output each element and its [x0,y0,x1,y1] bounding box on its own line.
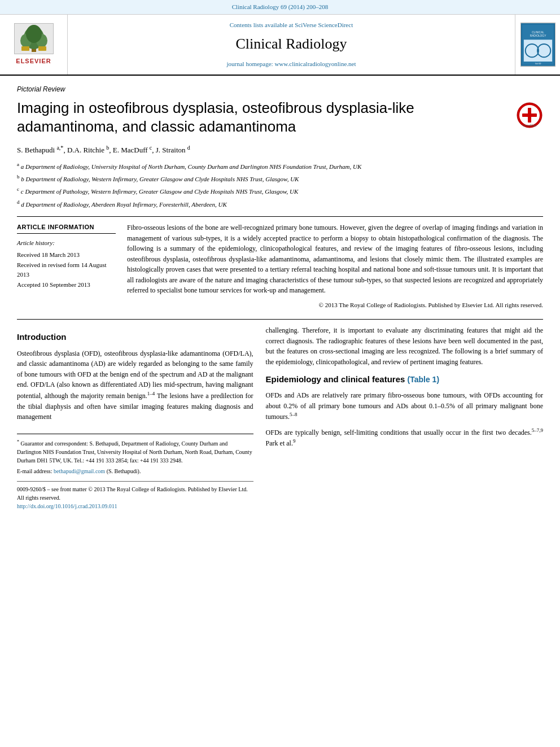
journal-citation: Clinical Radiology 69 (2014) 200–208 [232,3,328,10]
svg-point-5 [26,25,42,43]
epidemiology-heading: Epidemiology and clinical features (Tabl… [266,373,543,386]
body-right-col: challenging. Therefore, it is important … [266,325,543,510]
page-wrapper: Clinical Radiology 69 (2014) 200–208 [0,0,560,747]
issn-line: 0009-9260/$ – see front matter © 2013 Th… [17,485,253,502]
journal-header-center: Contents lists available at SciVerse Sci… [68,15,515,75]
table-ref: (Table 1) [408,375,440,384]
elsevier-logo-area: ELSEVIER [0,15,68,75]
elsevier-logo: ELSEVIER [14,23,54,66]
article-history-label: Article history: [17,238,116,248]
homepage-link[interactable]: www.clinicalradiologyonline.net [274,60,356,67]
sciverse-text: Contents lists available at [230,21,295,28]
doi-line: http://dx.doi.org/10.1016/j.crad.2013.09… [17,502,253,510]
svg-rect-6 [21,46,29,51]
affiliation-a: a a Department of Radiology, University … [17,160,543,172]
journal-cover-thumbnail: CLINICAL RADIOLOGY Vol 69 [520,23,555,67]
article-info-label: ARTICLE INFORMATION [17,222,116,234]
article-content: Pictorial Review Imaging in osteofibrous… [0,76,560,522]
affiliation-c: c c Department of Pathology, Western Inf… [17,185,543,196]
received-2: Received in revised form 14 August 2013 [17,260,116,280]
svg-text:CrossMark: CrossMark [523,124,537,127]
abstract-paragraph: Fibro-osseous lesions of the bone are we… [127,222,543,296]
intro-paragraph-right: challenging. Therefore, it is important … [266,325,543,367]
elsevier-tree-image [14,23,54,54]
intro-heading: Introduction [17,331,253,344]
affiliations: a a Department of Radiology, University … [17,160,543,209]
journal-top-bar: Clinical Radiology 69 (2014) 200–208 [0,0,560,15]
divider-1 [17,216,543,217]
crossmark-badge: CrossMark [516,102,543,129]
footnote-email: E-mail address: bethapudi@gmail.com (S. … [17,467,253,475]
svg-text:Vol 69: Vol 69 [535,62,541,64]
bottom-bar: 0009-9260/$ – see front matter © 2013 Th… [17,481,253,510]
abstract-section: ARTICLE INFORMATION Article history: Rec… [17,222,543,310]
author-bethapudi: S. Bethapudi a,*, [17,146,67,154]
ref-sup-1: 1–4 [147,391,155,396]
author-macduff: E. MacDuff c, [113,146,156,154]
journal-cover-area: CLINICAL RADIOLOGY Vol 69 [515,15,560,75]
received-1: Received 18 March 2013 [17,250,116,260]
author-ritchie: D.A. Ritchie b, [67,146,113,154]
sciverse-line: Contents lists available at SciVerse Sci… [230,20,353,30]
email-address[interactable]: bethapudi@gmail.com [54,468,105,474]
affiliation-d: d d Department of Radiology, Aberdeen Ro… [17,198,543,209]
ref-sup-6: 5–7,9 [532,427,543,433]
abstract-col: Fibro-osseous lesions of the bone are we… [127,222,543,310]
svg-rect-19 [528,108,531,123]
intro-paragraph-1: Osteofibrous dysplasia (OFD), osteofibro… [17,348,253,422]
doi-link[interactable]: http://dx.doi.org/10.1016/j.crad.2013.09… [17,503,117,509]
sciverse-link[interactable]: SciVerse ScienceDirect [295,21,353,28]
body-left-col: Introduction Osteofibrous dysplasia (OFD… [17,325,253,510]
epidemiology-paragraph-2: OFDs are typically benign, self-limiting… [266,427,543,449]
email-note: (S. Bethapudi). [107,468,141,474]
email-label: E-mail address: [17,468,54,474]
journal-homepage-line: journal homepage: www.clinicalradiologyo… [226,59,356,69]
copyright-line: © 2013 The Royal College of Radiologists… [127,300,543,310]
svg-rect-7 [38,46,46,51]
divider-2 [17,319,543,320]
accepted: Accepted 10 September 2013 [17,280,116,290]
elsevier-label-text: ELSEVIER [16,56,51,66]
journal-header: ELSEVIER Contents lists available at Sci… [0,15,560,76]
article-info-col: ARTICLE INFORMATION Article history: Rec… [17,222,116,310]
author-straiton: J. Straiton d [156,146,190,154]
ref-sup-5: 5–8 [290,412,298,417]
affiliation-b: b b Department of Radiology, Western Inf… [17,173,543,184]
epidemiology-paragraph-1: OFDs and ADs are relatively rare primary… [266,390,543,422]
body-two-col: Introduction Osteofibrous dysplasia (OFD… [17,325,543,510]
svg-text:RADIOLOGY: RADIOLOGY [530,34,546,37]
svg-text:CLINICAL: CLINICAL [532,30,544,33]
authors-line: S. Bethapudi a,*, D.A. Ritchie b, E. Mac… [17,143,543,156]
abstract-text: Fibro-osseous lesions of the bone are we… [127,222,543,310]
article-title: Imaging in osteofibrous dysplasia, osteo… [17,99,543,137]
journal-title-main: Clinical Radiology [235,33,347,55]
title-area: Imaging in osteofibrous dysplasia, osteo… [17,99,543,137]
homepage-text: journal homepage: [226,60,274,67]
footnote-guarantor: * Guarantor and correspondent: S. Bethap… [17,439,253,465]
section-label: Pictorial Review [17,84,543,94]
footnote-area: * Guarantor and correspondent: S. Bethap… [17,434,253,510]
article-history-items: Received 18 March 2013 Received in revis… [17,250,116,290]
ref-sup-7: 9 [293,438,296,444]
